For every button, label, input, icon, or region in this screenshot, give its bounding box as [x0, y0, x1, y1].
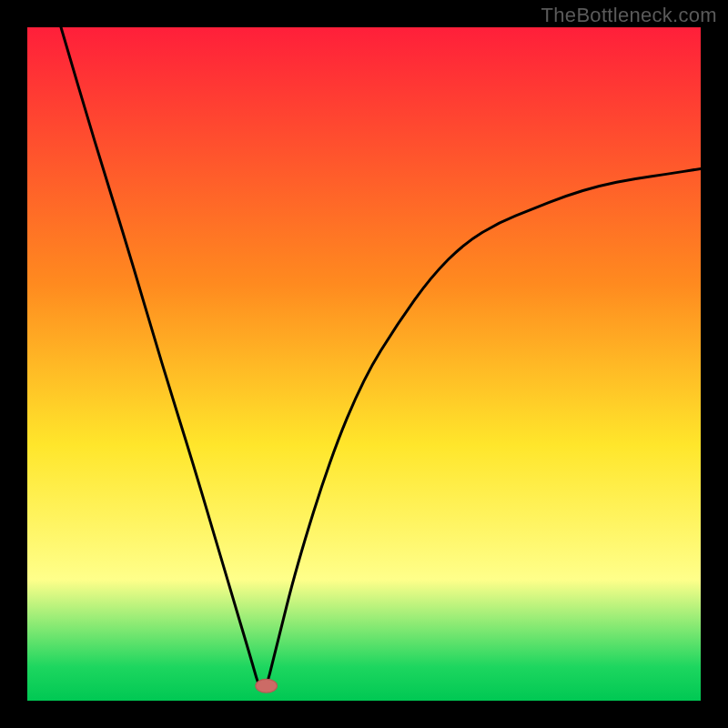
chart-frame: TheBottleneck.com — [0, 0, 728, 728]
bottleneck-chart — [27, 27, 701, 701]
site-watermark: TheBottleneck.com — [541, 4, 717, 27]
plot-area — [27, 27, 701, 701]
optimal-point-marker — [256, 679, 278, 693]
gradient-background — [27, 27, 701, 701]
